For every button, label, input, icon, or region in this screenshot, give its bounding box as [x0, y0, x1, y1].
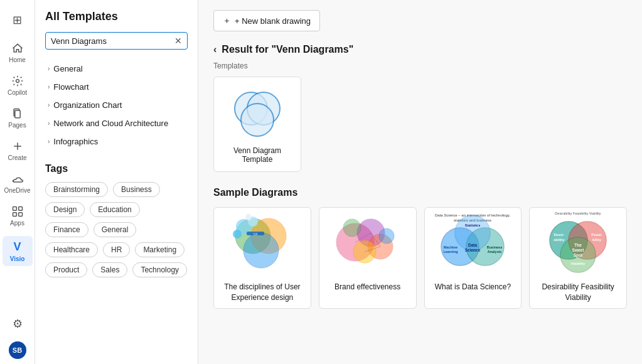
tag-business[interactable]: Business [113, 182, 160, 197]
nav-onedrive[interactable]: OneDrive [3, 168, 33, 198]
svg-text:Science: Science [465, 248, 481, 252]
svg-point-9 [241, 104, 274, 136]
venn-template-svg [226, 87, 289, 140]
tag-general[interactable]: General [94, 222, 137, 237]
svg-point-24 [379, 228, 394, 244]
sample-img-brand [319, 208, 416, 277]
template-card-label: Venn Diagram Template [222, 146, 293, 164]
template-card-image [223, 85, 292, 141]
category-general[interactable]: › General [45, 60, 188, 78]
home-icon [11, 42, 24, 55]
svg-text:Analysis: Analysis [488, 250, 502, 254]
tag-sales[interactable]: Sales [92, 262, 127, 277]
visio-icon: V [13, 240, 21, 254]
category-flowchart[interactable]: › Flowchart [45, 78, 188, 96]
svg-point-12 [243, 233, 279, 268]
sample-card-ux[interactable]: UX The disciplines of User Experience de… [213, 207, 311, 309]
nav-create-label: Create [8, 154, 26, 161]
nav-copilot[interactable]: Copilot [3, 70, 33, 100]
svg-rect-2 [14, 110, 19, 118]
tag-technology[interactable]: Technology [132, 262, 187, 277]
svg-text:Learning: Learning [444, 250, 458, 254]
copilot-icon [11, 75, 24, 87]
nav-onedrive-label: OneDrive [4, 187, 30, 194]
sample-label-ux: The disciplines of User Experience desig… [214, 277, 311, 308]
tag-healthcare[interactable]: Healthcare [45, 242, 98, 257]
chevron-right-icon: › [48, 83, 50, 90]
tag-finance[interactable]: Finance [45, 222, 88, 237]
apps-icon [11, 205, 24, 218]
user-avatar[interactable]: SB [9, 341, 26, 359]
nav-visio-label: Visio [10, 255, 25, 262]
sample-card-brand[interactable]: Brand effectiveness [319, 207, 417, 309]
tag-design[interactable]: Design [45, 202, 85, 217]
tags-grid: Brainstorming Business Design Education … [45, 182, 188, 277]
new-blank-drawing-button[interactable]: ＋ + New blank drawing [213, 10, 320, 31]
settings-icon: ⚙ [13, 317, 23, 331]
nav-apps-label: Apps [10, 220, 24, 227]
svg-text:Statistics: Statistics [465, 223, 480, 227]
onedrive-icon [11, 173, 24, 185]
svg-text:Desir-: Desir- [554, 233, 565, 237]
sample-img-data-science: Data Science – an intersection of techno… [425, 208, 522, 277]
nav-grid[interactable]: ⊞ [3, 5, 33, 35]
category-label: Organization Chart [53, 100, 122, 110]
chevron-right-icon: › [48, 65, 50, 72]
svg-point-0 [16, 80, 19, 83]
create-icon [11, 140, 24, 153]
back-arrow-icon[interactable]: ‹ [213, 44, 217, 55]
svg-text:The: The [574, 243, 582, 247]
svg-text:ability: ability [554, 238, 565, 242]
svg-rect-6 [18, 213, 22, 217]
category-org-chart[interactable]: › Organization Chart [45, 96, 188, 114]
result-header: ‹ Result for "Venn Diagrams" [213, 44, 627, 55]
sample-card-dfv[interactable]: Desirability Feasibility Viability Desir… [529, 207, 627, 309]
svg-text:Viability: Viability [571, 262, 586, 265]
nav-visio[interactable]: V Visio [3, 236, 33, 266]
nav-settings[interactable]: ⚙ [3, 309, 33, 339]
svg-text:Feasi-: Feasi- [591, 233, 602, 237]
category-network-cloud[interactable]: › Network and Cloud Architecture [45, 114, 188, 132]
svg-rect-3 [13, 207, 16, 211]
svg-text:Sweet: Sweet [572, 248, 585, 252]
nav-create[interactable]: Create [3, 136, 33, 166]
plus-icon: ＋ [223, 15, 231, 26]
grid-icon: ⊞ [13, 14, 22, 26]
tag-marketing[interactable]: Marketing [135, 242, 185, 257]
svg-text:Desirability Feasibility Viabi: Desirability Feasibility Viability [555, 211, 601, 215]
svg-text:Business: Business [487, 245, 502, 249]
tag-product[interactable]: Product [45, 262, 87, 277]
search-box[interactable]: ✕ [45, 32, 188, 50]
category-label: Network and Cloud Architecture [53, 119, 168, 128]
sample-img-ux: UX [214, 208, 311, 277]
category-list: › General › Flowchart › Organization Cha… [45, 60, 188, 151]
nav-home[interactable]: Home [3, 38, 33, 68]
nav-pages[interactable]: Pages [3, 103, 33, 133]
svg-point-16 [245, 214, 252, 220]
sample-card-data-science[interactable]: Data Science – an intersection of techno… [424, 207, 522, 309]
search-clear-icon[interactable]: ✕ [174, 36, 182, 46]
tag-brainstorming[interactable]: Brainstorming [45, 182, 108, 197]
tag-hr[interactable]: HR [103, 242, 130, 257]
category-label: General [53, 64, 82, 73]
brand-venn-svg [324, 208, 412, 277]
tag-education[interactable]: Education [90, 202, 139, 217]
chevron-right-icon: › [48, 102, 50, 109]
svg-rect-5 [13, 213, 16, 217]
sample-img-dfv: Desirability Feasibility Viability Desir… [530, 208, 626, 277]
template-card-venn[interactable]: Venn Diagram Template [213, 77, 301, 172]
svg-text:bility: bility [592, 238, 602, 242]
templates-label: Templates [213, 62, 627, 70]
tags-title: Tags [45, 163, 188, 174]
svg-text:UX: UX [253, 232, 258, 236]
templates-row: Venn Diagram Template [213, 77, 627, 172]
category-infographics[interactable]: › Infographics [45, 132, 188, 151]
nav-pages-label: Pages [8, 122, 26, 129]
nav-apps[interactable]: Apps [3, 201, 33, 231]
datascience-venn-svg: Data Science – an intersection of techno… [429, 208, 516, 277]
svg-text:Data: Data [468, 243, 477, 247]
search-input[interactable] [51, 36, 171, 46]
chevron-right-icon: › [48, 138, 50, 145]
chevron-right-icon: › [48, 120, 50, 127]
category-label: Infographics [53, 137, 98, 146]
